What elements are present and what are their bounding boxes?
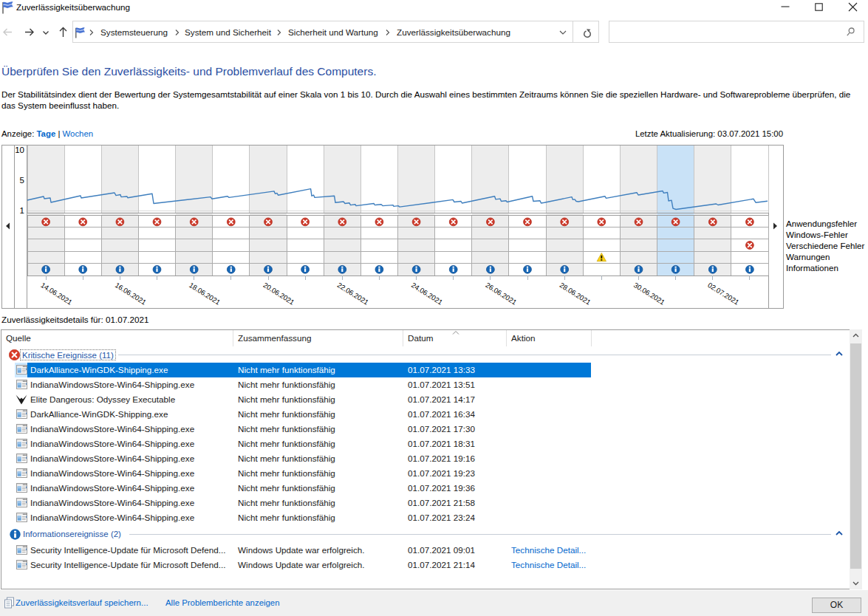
- svg-text:Informationen: Informationen: [786, 263, 838, 273]
- svg-text:Verschiedene Fehler: Verschiedene Fehler: [786, 241, 864, 250]
- svg-text:10: 10: [15, 146, 24, 154]
- svg-text:Anwendungsfehler: Anwendungsfehler: [786, 219, 857, 228]
- svg-text:Warnungen: Warnungen: [786, 252, 830, 261]
- svg-text:Windows-Fehler: Windows-Fehler: [786, 230, 848, 239]
- svg-text:5: 5: [20, 176, 24, 185]
- svg-text:1: 1: [20, 206, 24, 215]
